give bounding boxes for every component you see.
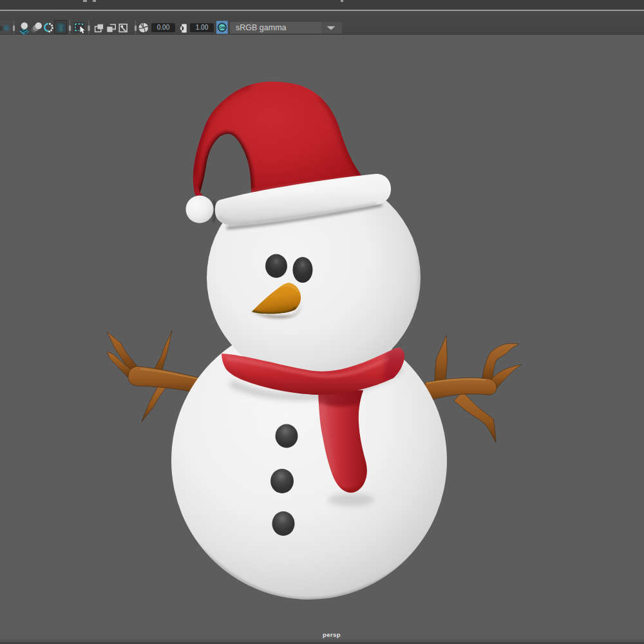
svg-text:ON: ON xyxy=(219,26,225,30)
